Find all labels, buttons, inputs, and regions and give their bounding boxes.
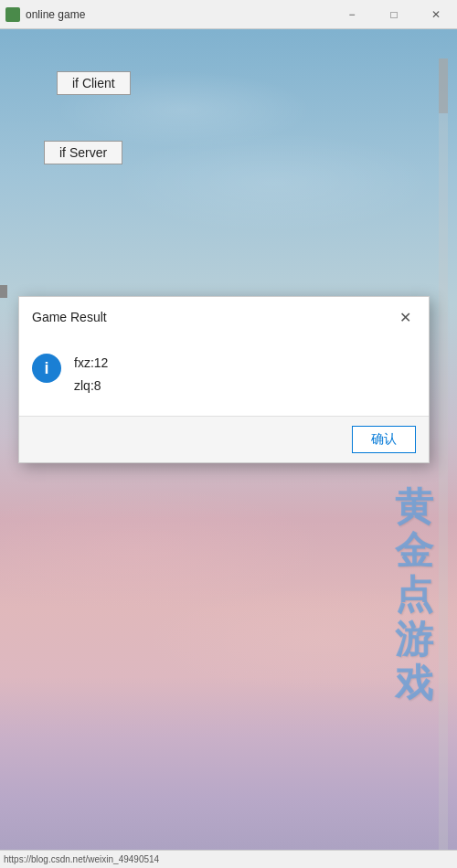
modal-overlay: Game Result ✕ i fxz:12 zlq:8 确认	[0, 58, 448, 863]
modal-title: Game Result	[32, 310, 107, 324]
main-area: if Client if Server 黄 金 点 游 戏 Game Resul…	[0, 29, 448, 833]
bottom-url: https://blog.csdn.net/weixin_49490514	[4, 854, 159, 864]
result-line-1: fxz:12	[74, 352, 108, 375]
modal-header: Game Result ✕	[19, 297, 429, 337]
modal-footer: 确认	[19, 416, 429, 462]
titlebar: online game − □ ✕	[0, 0, 457, 29]
window-close-button[interactable]: ✕	[415, 0, 457, 29]
maximize-button[interactable]: □	[373, 0, 415, 29]
info-icon: i	[32, 354, 61, 383]
minimize-button[interactable]: −	[331, 0, 373, 29]
bottom-bar: https://blog.csdn.net/weixin_49490514	[0, 850, 457, 868]
window-icon	[5, 7, 20, 22]
modal-body: i fxz:12 zlq:8	[19, 337, 429, 416]
window-title: online game	[26, 8, 331, 21]
game-result-dialog: Game Result ✕ i fxz:12 zlq:8 确认	[18, 296, 430, 463]
modal-content: fxz:12 zlq:8	[74, 352, 108, 397]
titlebar-buttons: − □ ✕	[331, 0, 457, 29]
result-line-2: zlq:8	[74, 375, 108, 397]
confirm-button[interactable]: 确认	[352, 426, 416, 453]
modal-close-button[interactable]: ✕	[394, 306, 416, 328]
